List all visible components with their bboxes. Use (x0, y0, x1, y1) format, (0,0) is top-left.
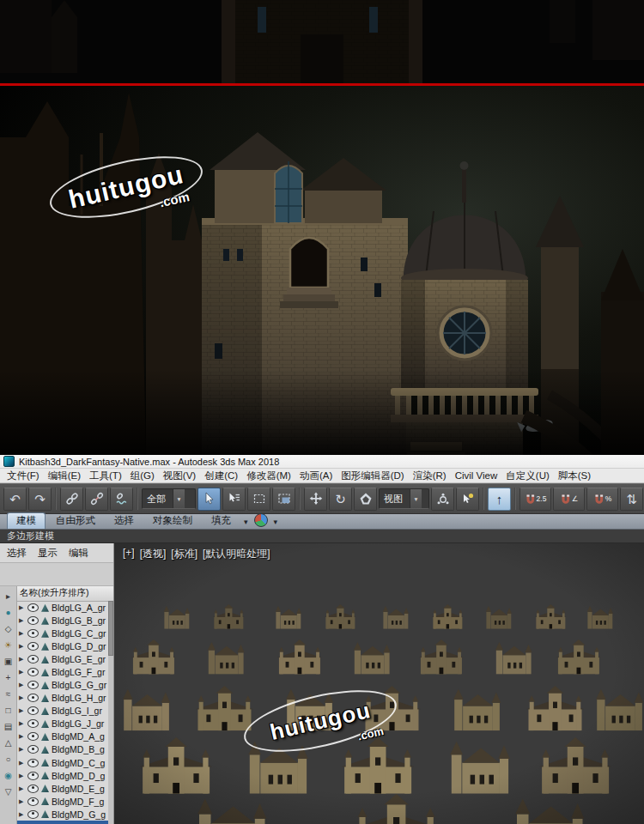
scene-object-row[interactable]: ▶BldgMD_F_g (17, 795, 113, 808)
menu-graph-editors[interactable]: 图形编辑器(D) (341, 470, 404, 482)
menu-views[interactable]: 视图(V) (163, 470, 196, 482)
expand-arrow-icon[interactable]: ▶ (19, 669, 25, 676)
menu-group[interactable]: 组(G) (131, 470, 155, 482)
scene-object-row[interactable]: ▶BldgMD_G_g (17, 808, 113, 821)
angle-snap-button[interactable]: ∠ (553, 488, 585, 511)
expand-arrow-icon[interactable]: ▶ (19, 682, 25, 688)
scene-object-row[interactable]: ▶BldgLG_I_gr (17, 705, 113, 718)
lights-filter-icon[interactable]: ☀ (1, 637, 16, 652)
viewport-menu-standard[interactable]: [标准] (171, 547, 197, 561)
use-pivot-center-button[interactable] (431, 488, 454, 511)
visibility-eye-icon[interactable] (27, 797, 39, 806)
title-bar[interactable]: Kitbash3d_DarkFantasy-Native.max - Autod… (0, 455, 644, 469)
viewport-menu-pov[interactable]: [透视] (140, 547, 167, 561)
selection-region-button[interactable] (247, 488, 270, 511)
expand-arrow-icon[interactable]: ▶ (19, 798, 25, 805)
expand-arrow-icon[interactable]: ▶ (19, 694, 25, 701)
ribbon-tab-freeform[interactable]: 自由形式 (47, 513, 104, 529)
visibility-eye-icon[interactable] (27, 719, 39, 728)
scene-object-row[interactable]: ▶BldgLG_B_gr (17, 615, 113, 627)
menu-civil-view[interactable]: Civil View (455, 470, 498, 481)
visibility-eye-icon[interactable] (27, 745, 39, 754)
expand-arrow-icon[interactable]: ▶ (19, 604, 25, 611)
menu-customize[interactable]: 自定义(U) (506, 470, 549, 482)
reference-coordinate-dropdown[interactable]: 视图 ▼ (379, 488, 429, 509)
scene-object-row-partial[interactable] (17, 821, 113, 824)
menu-file[interactable]: 文件(F) (7, 470, 39, 482)
bind-to-spacewarp-button[interactable] (110, 488, 133, 511)
selection-filter-dropdown[interactable]: 全部 ▼ (142, 488, 196, 509)
visibility-eye-icon[interactable] (27, 616, 39, 625)
visibility-eye-icon[interactable] (27, 629, 39, 638)
expand-arrow-icon[interactable]: ▶ (19, 720, 25, 727)
expand-arrow-icon[interactable]: ▶ (19, 746, 25, 753)
menu-create[interactable]: 创建(C) (204, 470, 238, 482)
scene-object-row[interactable]: ▶BldgMD_C_g (17, 756, 113, 769)
menu-scripting[interactable]: 脚本(S) (558, 470, 591, 482)
scene-object-row[interactable]: ▶BldgMD_E_g (17, 782, 113, 795)
window-crossing-button[interactable] (272, 488, 295, 511)
select-and-link-button[interactable] (60, 488, 83, 511)
visibility-eye-icon[interactable] (27, 655, 39, 663)
select-object-button[interactable] (197, 488, 221, 511)
visibility-eye-icon[interactable] (27, 772, 39, 780)
select-and-move-button[interactable] (304, 488, 327, 511)
scene-object-row[interactable]: ▶BldgLG_A_gr (17, 602, 113, 615)
ribbon-tab-populate[interactable]: 填充 (203, 513, 240, 529)
viewport-canvas[interactable]: [+] [透视] [标准] [默认明暗处理] (114, 543, 644, 824)
containers-filter-icon[interactable]: ○ (1, 751, 16, 766)
viewport-menu-general[interactable]: [+] (123, 547, 135, 561)
materials-filter-icon[interactable]: ◉ (1, 767, 16, 783)
visibility-eye-icon[interactable] (27, 694, 39, 702)
scrollbar-thumb[interactable] (108, 601, 113, 656)
helpers-filter-icon[interactable]: + (1, 670, 16, 685)
menu-edit[interactable]: 编辑(E) (48, 470, 81, 482)
scene-object-row[interactable]: ▶BldgMD_A_g (17, 730, 113, 743)
expand-arrow-icon[interactable]: ▶ (19, 643, 25, 650)
xref-filter-icon[interactable]: ▤ (1, 718, 16, 734)
scene-object-row[interactable]: ▶BldgLG_E_gr (17, 653, 113, 666)
expand-arrow-icon[interactable]: ▶ (19, 811, 25, 818)
redo-button[interactable]: ↷ (28, 488, 52, 511)
name-column-header[interactable]: 名称(按升序排序) (17, 586, 113, 602)
expand-arrow-icon[interactable]: ▶ (19, 760, 25, 766)
polygon-modeling-panel-tab[interactable]: 多边形建模 (7, 530, 54, 542)
scene-object-row[interactable]: ▶BldgMD_D_g (17, 769, 113, 782)
scene-object-row[interactable]: ▶BldgLG_F_gr (17, 666, 113, 679)
scene-object-row[interactable]: ▶BldgLG_H_gr (17, 692, 113, 705)
scene-menu-edit[interactable]: 编辑 (69, 547, 88, 560)
scene-object-row[interactable]: ▶BldgMD_B_g (17, 743, 113, 756)
expand-arrow-icon[interactable]: ▶ (19, 630, 25, 637)
expand-arrow-icon[interactable]: ▶ (19, 617, 25, 624)
ribbon-tab-selection[interactable]: 选择 (106, 513, 143, 529)
cameras-filter-icon[interactable]: ▣ (1, 653, 16, 669)
menu-rendering[interactable]: 渲染(R) (413, 470, 447, 482)
visibility-eye-icon[interactable] (27, 668, 39, 676)
ribbon-minimize-caret-icon[interactable]: ▾ (241, 518, 251, 529)
percent-snap-button[interactable]: % (586, 488, 618, 511)
expand-arrow-icon[interactable]: ▶ (19, 772, 25, 779)
keyboard-override-button[interactable]: ↑ (488, 488, 511, 511)
shapes-filter-icon[interactable]: ◇ (1, 621, 16, 636)
ribbon-config-caret-icon[interactable]: ▾ (271, 518, 281, 529)
scene-object-row[interactable]: ▶BldgLG_G_gr (17, 679, 113, 692)
misc-filter-icon[interactable]: ▽ (1, 784, 16, 799)
bones-filter-icon[interactable]: △ (1, 735, 16, 750)
visibility-eye-icon[interactable] (27, 603, 39, 612)
undo-button[interactable]: ↶ (3, 488, 27, 511)
select-and-scale-button[interactable] (354, 488, 377, 511)
select-and-rotate-button[interactable]: ↻ (329, 488, 352, 511)
menu-animation[interactable]: 动画(A) (300, 470, 332, 482)
expand-arrow-icon[interactable]: ▶ (19, 733, 25, 740)
scene-object-row[interactable]: ▶BldgLG_C_gr (17, 627, 113, 640)
ribbon-config-icon[interactable] (254, 513, 268, 527)
geometry-filter-icon[interactable]: ● (1, 604, 16, 620)
groups-filter-icon[interactable]: □ (1, 702, 16, 718)
expand-arrow-icon[interactable]: ▶ (19, 656, 25, 663)
viewport-menu-shading[interactable]: [默认明暗处理] (203, 547, 270, 561)
ribbon-tab-modeling[interactable]: 建模 (7, 512, 46, 529)
scene-menu-display[interactable]: 显示 (38, 547, 58, 560)
visibility-eye-icon[interactable] (27, 759, 39, 767)
scene-menu-select[interactable]: 选择 (7, 547, 27, 560)
visibility-eye-icon[interactable] (27, 810, 39, 819)
